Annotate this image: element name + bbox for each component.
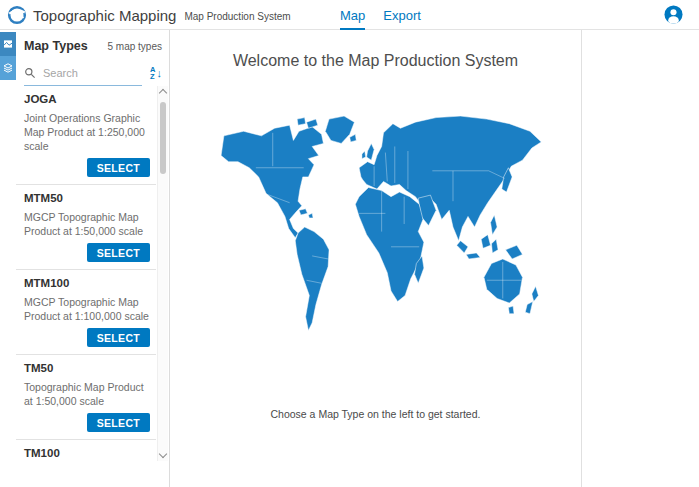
tab-export[interactable]: Export [383, 0, 421, 30]
instruction-text: Choose a Map Type on the left to get sta… [170, 408, 581, 420]
map-type-item: JOGA Joint Operations Graphic Map Produc… [16, 86, 156, 185]
map-type-item: TM50 Topographic Map Product at 1:50,000… [16, 355, 156, 440]
map-type-item: TM100 [16, 440, 156, 461]
continents [221, 116, 541, 330]
welcome-heading: Welcome to the Map Production System [170, 52, 581, 70]
globe-logo-icon [7, 5, 27, 25]
map-type-name: MTM100 [24, 276, 150, 290]
sidebar: Map Types 5 map types A Z ↓ [0, 30, 170, 487]
scroll-down-icon[interactable] [159, 450, 167, 458]
map-type-name: JOGA [24, 92, 150, 106]
select-map-type-button[interactable]: SELECT [87, 328, 150, 347]
sort-arrow: ↓ [157, 68, 163, 79]
main-panel: Welcome to the Map Production System [170, 30, 582, 487]
panel-header: Map Types 5 map types [16, 30, 169, 60]
map-type-description: Topographic Map Product at 1:50,000 scal… [24, 380, 150, 408]
select-map-type-button[interactable]: SELECT [87, 413, 150, 432]
layers-panel-icon[interactable] [0, 56, 16, 80]
map-type-description: MGCP Topographic Map Product at 1:100,00… [24, 295, 150, 323]
header-tabs: Map Export [340, 0, 421, 30]
search-icon [24, 67, 36, 79]
list-scrollbar[interactable] [157, 86, 168, 461]
map-type-item: MTM50 MGCP Topographic Map Product at 1:… [16, 185, 156, 270]
map-type-description: Joint Operations Graphic Map Product at … [24, 111, 150, 153]
scroll-up-icon[interactable] [159, 89, 167, 97]
app-window: Topographic Mapping Map Production Syste… [0, 0, 699, 487]
sort-az-icon[interactable]: A Z ↓ [150, 66, 162, 80]
tab-map[interactable]: Map [340, 0, 365, 30]
map-type-item: MTM100 MGCP Topographic Map Product at 1… [16, 270, 156, 355]
panel-title: Map Types [24, 39, 88, 53]
app-title: Topographic Mapping [33, 7, 176, 24]
map-types-panel: Map Types 5 map types A Z ↓ [16, 30, 169, 487]
map-type-name: TM50 [24, 361, 150, 375]
select-map-type-button[interactable]: SELECT [87, 243, 150, 262]
search-row: A Z ↓ [16, 60, 169, 86]
widget-rail [0, 32, 16, 80]
world-map-graphic [207, 110, 545, 338]
map-type-count: 5 map types [108, 41, 162, 52]
app-subtitle: Map Production System [184, 9, 290, 22]
search-box [24, 60, 142, 86]
map-type-description: MGCP Topographic Map Product at 1:50,000… [24, 210, 150, 238]
map-type-list: JOGA Joint Operations Graphic Map Produc… [16, 86, 156, 461]
map-type-name: TM100 [24, 446, 150, 460]
scrollbar-thumb[interactable] [160, 102, 166, 174]
map-type-name: MTM50 [24, 191, 150, 205]
user-avatar-icon[interactable] [664, 5, 683, 24]
sort-letter-z: Z [150, 73, 155, 80]
brand: Topographic Mapping Map Production Syste… [7, 0, 291, 30]
map-types-panel-icon[interactable] [0, 32, 16, 56]
select-map-type-button[interactable]: SELECT [87, 158, 150, 177]
app-header: Topographic Mapping Map Production Syste… [0, 0, 699, 30]
search-input[interactable] [41, 66, 142, 80]
